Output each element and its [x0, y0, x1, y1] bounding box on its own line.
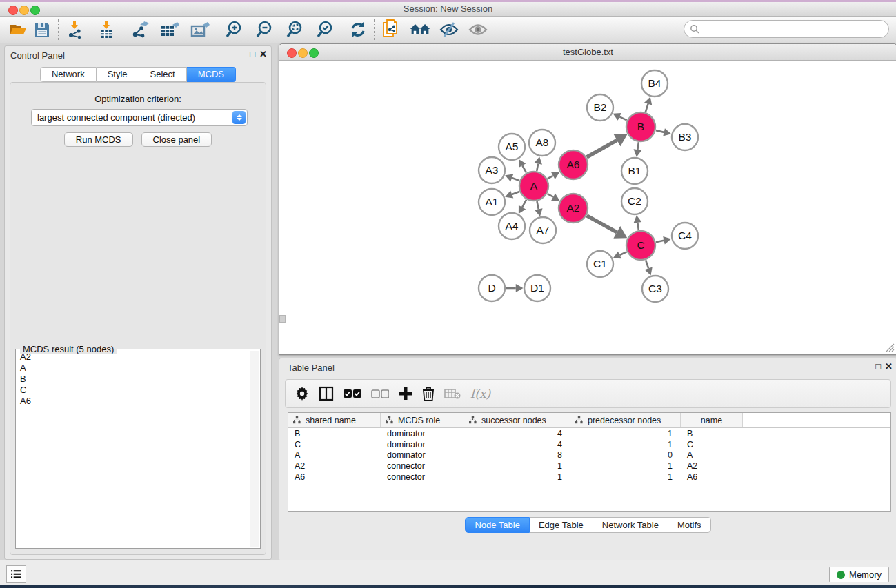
table-cell[interactable]: C: [288, 440, 381, 449]
delete-table-button[interactable]: [444, 388, 461, 399]
table-cell[interactable]: dominator: [381, 429, 464, 438]
tab-edge-table[interactable]: Edge Table: [530, 517, 593, 533]
window-resize-grip[interactable]: [886, 343, 895, 352]
function-builder-button[interactable]: f(x): [470, 387, 490, 401]
tab-node-table[interactable]: Node Table: [465, 517, 530, 533]
table-cell[interactable]: 4: [464, 429, 570, 438]
mcds-result-item[interactable]: A6: [17, 396, 249, 407]
open-file-button[interactable]: [7, 19, 30, 41]
network-canvas[interactable]: B4B2BB3A8A5A6A3B1AC2A1A2A4A7C4CC1DD1C3: [280, 61, 896, 354]
edge-A-A3[interactable]: [512, 178, 519, 181]
edge-A-A4[interactable]: [522, 200, 526, 207]
table-cell[interactable]: A: [288, 450, 381, 460]
zoom-out-button[interactable]: [252, 19, 276, 41]
table-cell[interactable]: B: [681, 429, 743, 438]
copy-network-button[interactable]: [379, 19, 403, 41]
table-cell[interactable]: connector: [381, 472, 464, 482]
edge-C-C2[interactable]: [637, 223, 639, 230]
tab-select[interactable]: Select: [139, 67, 187, 82]
export-network-button[interactable]: [128, 19, 152, 41]
tab-network-table[interactable]: Network Table: [593, 517, 668, 533]
table-cell[interactable]: 1: [464, 461, 570, 471]
table-row[interactable]: A6connector11A6: [288, 472, 890, 483]
tab-motifs[interactable]: Motifs: [668, 517, 711, 533]
edge-A-A2[interactable]: [548, 194, 553, 197]
mcds-result-item[interactable]: A2: [17, 352, 249, 363]
table-row[interactable]: A2connector11A2: [288, 460, 890, 472]
close-table-panel-icon[interactable]: ✕: [885, 361, 893, 372]
edge-B-B2[interactable]: [619, 116, 626, 120]
save-session-button[interactable]: [30, 19, 54, 41]
edge-B-B4[interactable]: [646, 104, 648, 112]
add-column-button[interactable]: [399, 387, 412, 401]
table-cell[interactable]: A2: [288, 461, 381, 471]
table-cell[interactable]: 1: [570, 461, 681, 471]
edge-A-A8[interactable]: [537, 164, 538, 171]
edge-A-A6[interactable]: [548, 176, 553, 179]
zoom-fit-button[interactable]: [283, 19, 306, 41]
column-header-name[interactable]: name: [681, 413, 743, 427]
criterion-dropdown[interactable]: largest connected component (directed): [31, 109, 248, 126]
table-cell[interactable]: A: [681, 450, 743, 460]
table-cell[interactable]: 1: [570, 472, 681, 482]
table-settings-button[interactable]: [295, 387, 309, 401]
table-cell[interactable]: A2: [681, 461, 743, 471]
table-cell[interactable]: connector: [381, 461, 464, 471]
table-row[interactable]: Adominator80A: [288, 449, 890, 460]
close-panel-icon[interactable]: ✕: [259, 49, 267, 59]
column-header-shared-name[interactable]: shared name: [288, 413, 381, 427]
home-layout-button[interactable]: [408, 19, 432, 41]
close-panel-button[interactable]: Close panel: [141, 132, 212, 147]
node-attribute-table[interactable]: shared nameMCDS rolesuccessor nodesprede…: [288, 412, 891, 512]
memory-button[interactable]: Memory: [829, 567, 889, 582]
edge-A-A1[interactable]: [512, 192, 519, 194]
show-graphics-button[interactable]: [466, 19, 490, 41]
mcds-result-item[interactable]: C: [17, 385, 249, 396]
edge-C-C4[interactable]: [656, 241, 664, 243]
zoom-selected-button[interactable]: [313, 19, 337, 41]
column-header-predecessor-nodes[interactable]: predecessor nodes: [570, 413, 681, 427]
edge-A2-C[interactable]: [587, 216, 617, 232]
delete-columns-button[interactable]: [422, 387, 435, 401]
mcds-result-item[interactable]: B: [17, 374, 249, 385]
edge-C-C3[interactable]: [646, 260, 648, 268]
table-cell[interactable]: A6: [681, 472, 743, 482]
column-layout-button[interactable]: [319, 386, 334, 401]
tab-mcds[interactable]: MCDS: [187, 67, 236, 82]
tab-style[interactable]: Style: [97, 67, 139, 82]
table-cell[interactable]: 0: [570, 450, 681, 460]
edge-B-B3[interactable]: [656, 130, 664, 132]
hide-graphics-button[interactable]: [437, 19, 461, 41]
table-cell[interactable]: 8: [464, 450, 570, 460]
canvas-scroll-nub[interactable]: [279, 315, 286, 323]
float-panel-icon[interactable]: □: [250, 49, 255, 59]
mcds-result-item[interactable]: A: [17, 363, 249, 374]
tab-network[interactable]: Network: [40, 67, 97, 82]
edge-A-A5[interactable]: [522, 165, 526, 172]
zoom-in-button[interactable]: [222, 19, 246, 41]
run-mcds-button[interactable]: Run MCDS: [64, 132, 133, 147]
table-cell[interactable]: B: [288, 429, 381, 438]
result-list-scrollbar[interactable]: [250, 351, 259, 547]
refresh-view-button[interactable]: [346, 19, 370, 41]
edge-A6-B[interactable]: [587, 140, 617, 157]
import-table-button[interactable]: [95, 19, 119, 41]
table-cell[interactable]: C: [681, 440, 743, 449]
column-header-MCDS-role[interactable]: MCDS role: [381, 413, 464, 427]
table-row[interactable]: Cdominator41C: [288, 439, 890, 450]
table-cell[interactable]: 4: [464, 440, 570, 449]
table-row[interactable]: Bdominator41B: [288, 428, 890, 439]
search-input[interactable]: [699, 22, 888, 36]
task-history-button[interactable]: [6, 565, 26, 583]
table-cell[interactable]: dominator: [381, 440, 464, 449]
unselect-all-columns-button[interactable]: [371, 389, 389, 398]
import-network-button[interactable]: [63, 19, 87, 41]
select-all-columns-button[interactable]: [344, 389, 361, 398]
export-table-button[interactable]: [159, 19, 182, 41]
edge-B-B1[interactable]: [637, 142, 639, 150]
table-cell[interactable]: 1: [570, 440, 681, 449]
column-header-successor-nodes[interactable]: successor nodes: [464, 413, 570, 427]
edge-C-C1[interactable]: [619, 252, 626, 255]
table-cell[interactable]: 1: [464, 472, 570, 482]
float-table-panel-icon[interactable]: □: [875, 361, 881, 372]
